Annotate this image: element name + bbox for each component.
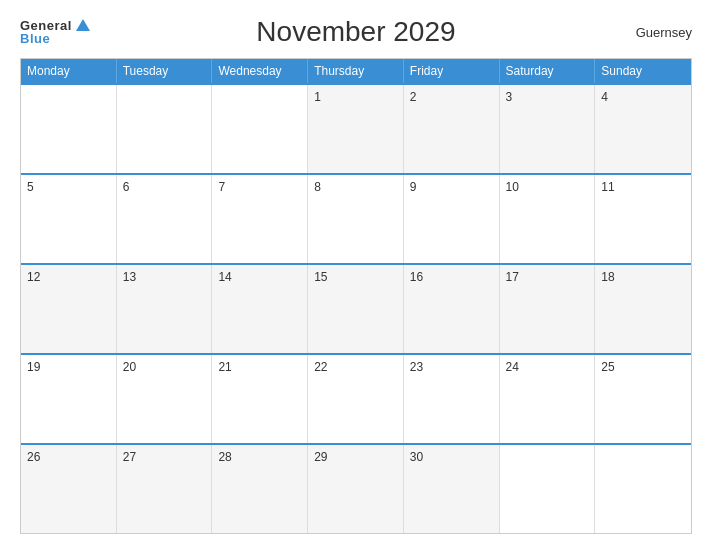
day-number: 25 (601, 360, 614, 374)
cal-cell: 26 (21, 445, 117, 533)
day-number: 11 (601, 180, 614, 194)
day-number: 7 (218, 180, 225, 194)
day-number: 5 (27, 180, 34, 194)
cal-cell: 20 (117, 355, 213, 443)
cal-cell: 15 (308, 265, 404, 353)
weekday-header-sunday: Sunday (595, 59, 691, 83)
cal-cell: 24 (500, 355, 596, 443)
cal-cell: 1 (308, 85, 404, 173)
weekday-header-thursday: Thursday (308, 59, 404, 83)
cal-cell: 19 (21, 355, 117, 443)
cal-cell: 7 (212, 175, 308, 263)
cal-cell: 22 (308, 355, 404, 443)
weekday-header-row: MondayTuesdayWednesdayThursdayFridaySatu… (21, 59, 691, 83)
cal-cell: 12 (21, 265, 117, 353)
cal-cell: 10 (500, 175, 596, 263)
cal-cell (595, 445, 691, 533)
weekday-header-saturday: Saturday (500, 59, 596, 83)
header: General Blue November 2029 Guernsey (20, 16, 692, 48)
month-title: November 2029 (90, 16, 622, 48)
weekday-header-wednesday: Wednesday (212, 59, 308, 83)
day-number: 12 (27, 270, 40, 284)
week-row-2: 567891011 (21, 173, 691, 263)
cal-cell: 25 (595, 355, 691, 443)
logo-blue-text: Blue (20, 32, 90, 45)
week-row-1: 1234 (21, 83, 691, 173)
day-number: 6 (123, 180, 130, 194)
cal-cell: 23 (404, 355, 500, 443)
day-number: 20 (123, 360, 136, 374)
calendar-page: General Blue November 2029 Guernsey Mond… (0, 0, 712, 550)
cal-cell: 2 (404, 85, 500, 173)
cal-cell: 27 (117, 445, 213, 533)
cal-cell: 11 (595, 175, 691, 263)
week-row-5: 2627282930 (21, 443, 691, 533)
calendar-grid: MondayTuesdayWednesdayThursdayFridaySatu… (20, 58, 692, 534)
day-number: 8 (314, 180, 321, 194)
cal-cell: 21 (212, 355, 308, 443)
day-number: 17 (506, 270, 519, 284)
cal-cell: 14 (212, 265, 308, 353)
week-row-3: 12131415161718 (21, 263, 691, 353)
day-number: 15 (314, 270, 327, 284)
weekday-header-tuesday: Tuesday (117, 59, 213, 83)
cal-cell (117, 85, 213, 173)
cal-cell (500, 445, 596, 533)
cal-cell: 3 (500, 85, 596, 173)
day-number: 24 (506, 360, 519, 374)
country-label: Guernsey (622, 25, 692, 40)
cal-cell: 9 (404, 175, 500, 263)
cal-cell: 8 (308, 175, 404, 263)
cal-cell: 16 (404, 265, 500, 353)
day-number: 19 (27, 360, 40, 374)
cal-cell: 6 (117, 175, 213, 263)
calendar-body: 1234567891011121314151617181920212223242… (21, 83, 691, 533)
cal-cell (21, 85, 117, 173)
cal-cell: 18 (595, 265, 691, 353)
day-number: 3 (506, 90, 513, 104)
cal-cell: 30 (404, 445, 500, 533)
day-number: 21 (218, 360, 231, 374)
day-number: 22 (314, 360, 327, 374)
day-number: 30 (410, 450, 423, 464)
logo: General Blue (20, 19, 90, 45)
cal-cell (212, 85, 308, 173)
day-number: 4 (601, 90, 608, 104)
day-number: 10 (506, 180, 519, 194)
day-number: 29 (314, 450, 327, 464)
day-number: 1 (314, 90, 321, 104)
cal-cell: 28 (212, 445, 308, 533)
cal-cell: 29 (308, 445, 404, 533)
logo-triangle-icon (76, 19, 90, 31)
day-number: 2 (410, 90, 417, 104)
day-number: 14 (218, 270, 231, 284)
day-number: 27 (123, 450, 136, 464)
cal-cell: 17 (500, 265, 596, 353)
cal-cell: 4 (595, 85, 691, 173)
cal-cell: 13 (117, 265, 213, 353)
day-number: 18 (601, 270, 614, 284)
weekday-header-monday: Monday (21, 59, 117, 83)
day-number: 23 (410, 360, 423, 374)
cal-cell: 5 (21, 175, 117, 263)
day-number: 28 (218, 450, 231, 464)
week-row-4: 19202122232425 (21, 353, 691, 443)
day-number: 26 (27, 450, 40, 464)
day-number: 16 (410, 270, 423, 284)
weekday-header-friday: Friday (404, 59, 500, 83)
day-number: 13 (123, 270, 136, 284)
day-number: 9 (410, 180, 417, 194)
